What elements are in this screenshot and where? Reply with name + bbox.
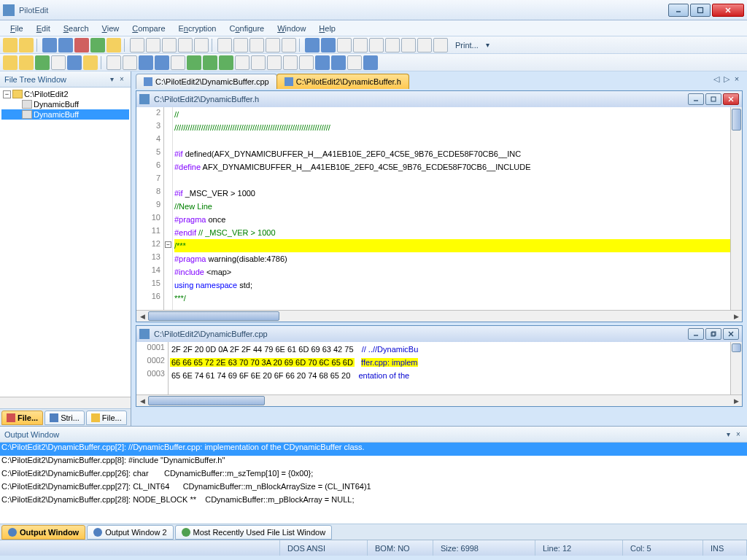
menu-help[interactable]: Help	[313, 22, 341, 35]
tree-hscroll[interactable]	[0, 397, 131, 408]
menu-encryption[interactable]: Encryption	[173, 22, 222, 35]
tab-close-icon[interactable]: ×	[732, 74, 741, 84]
cut-icon[interactable]	[162, 38, 177, 52]
save-icon[interactable]	[42, 38, 57, 52]
goto-icon[interactable]	[282, 38, 296, 52]
save-all-icon[interactable]	[58, 38, 73, 52]
menu-configure[interactable]: Configure	[224, 22, 271, 35]
maximize-button[interactable]	[690, 4, 711, 17]
block-start-icon[interactable]	[337, 38, 352, 52]
fold-column[interactable]: −	[164, 107, 173, 310]
tree-tab-fav[interactable]: File...	[86, 411, 127, 425]
close-file-icon[interactable]	[74, 38, 89, 52]
indent-icon[interactable]	[235, 55, 249, 70]
zoom-in-icon[interactable]	[267, 55, 282, 70]
folder-open-icon[interactable]	[19, 55, 34, 70]
expand-icon[interactable]	[315, 55, 330, 70]
editor-cpp-body[interactable]: 000100020003 2F 2F 20 0D 0A 2F 2F 44 79 …	[136, 342, 742, 394]
open-file-icon[interactable]	[19, 38, 34, 52]
close-button[interactable]	[712, 4, 744, 17]
code-content[interactable]: ////////////////////////////////////////…	[173, 107, 730, 310]
next-icon[interactable]	[321, 38, 336, 52]
output-tab-1[interactable]: Output Window	[1, 525, 85, 540]
prev-icon[interactable]	[305, 38, 320, 52]
fold-toggle-icon[interactable]: −	[165, 241, 171, 248]
fit-icon[interactable]	[299, 55, 314, 70]
diff-next-icon[interactable]	[155, 55, 169, 70]
editor-restore-button[interactable]	[705, 328, 721, 340]
sync-icon[interactable]	[51, 55, 66, 70]
tree-item[interactable]: DynamicBuff	[1, 99, 129, 109]
copy-icon[interactable]	[178, 38, 193, 52]
panel-close-icon[interactable]: ×	[734, 430, 743, 439]
favorite-icon[interactable]	[83, 55, 98, 70]
horizontal-scrollbar[interactable]: ◀▶	[136, 394, 742, 406]
editor-close-button[interactable]	[723, 328, 739, 340]
hex-content[interactable]: 2F 2F 20 0D 0A 2F 2F 44 79 6E 61 6D 69 6…	[169, 342, 730, 394]
editor-close-button[interactable]	[723, 93, 739, 105]
menu-search[interactable]: Search	[58, 22, 95, 35]
vertical-scrollbar[interactable]	[730, 107, 742, 310]
up-icon[interactable]	[203, 55, 217, 70]
wrap-icon[interactable]	[401, 38, 416, 52]
down-icon[interactable]	[219, 55, 233, 70]
tree-item-selected[interactable]: DynamicBuff	[1, 109, 129, 120]
menu-file[interactable]: File	[4, 22, 29, 35]
tree-refresh-icon[interactable]	[35, 55, 50, 70]
new-file-icon[interactable]	[3, 38, 18, 52]
find-icon[interactable]	[217, 38, 232, 52]
find-next-icon[interactable]	[249, 38, 264, 52]
fold-all-icon[interactable]	[347, 55, 362, 70]
output-body[interactable]: C:\PilotEdit2\DynamicBuffer.cpp[2]: //Dy…	[0, 443, 747, 524]
dropdown-icon[interactable]: ▾	[483, 40, 493, 50]
merge-icon[interactable]	[123, 55, 137, 70]
horizontal-scrollbar[interactable]: ◀▶	[136, 310, 742, 322]
menu-window[interactable]: Window	[271, 22, 311, 35]
sort-icon[interactable]	[171, 55, 185, 70]
panel-close-icon[interactable]: ×	[117, 75, 126, 84]
zoom-out-icon[interactable]	[283, 55, 298, 70]
tab-prev-icon[interactable]: ◁	[712, 74, 721, 84]
editor-h-body[interactable]: 2345678910111213141516 − ///////////////…	[136, 107, 742, 310]
tree-tab-file[interactable]: File...	[1, 411, 43, 425]
output-tab-mru[interactable]: Most Recently Used File List Window	[175, 525, 333, 540]
save-session-icon[interactable]	[67, 55, 82, 70]
run-icon[interactable]	[187, 55, 201, 70]
tab-next-icon[interactable]: ▷	[722, 74, 731, 84]
vertical-scrollbar[interactable]	[730, 342, 742, 394]
minimize-button[interactable]	[668, 4, 689, 17]
collapse-all-icon[interactable]	[363, 55, 378, 70]
menu-edit[interactable]: Edit	[31, 22, 56, 35]
file-add-icon[interactable]	[107, 38, 121, 52]
pin-icon[interactable]: ▾	[107, 75, 116, 84]
redo-icon[interactable]	[146, 38, 160, 52]
outdent-icon[interactable]	[251, 55, 266, 70]
hex-icon[interactable]	[385, 38, 400, 52]
diff-prev-icon[interactable]	[139, 55, 153, 70]
pin-icon[interactable]: ▾	[724, 430, 732, 439]
tree-tab-string[interactable]: Stri...	[44, 411, 85, 425]
reload-icon[interactable]	[90, 38, 105, 52]
undo-icon[interactable]	[130, 38, 144, 52]
replace-icon[interactable]	[233, 38, 248, 52]
editor-maximize-button[interactable]	[705, 93, 721, 105]
compare-icon[interactable]	[107, 55, 121, 70]
doc-tab-cpp[interactable]: C:\PilotEdit2\DynamicBuffer.cpp	[136, 74, 277, 89]
menu-view[interactable]: View	[96, 22, 125, 35]
print-label[interactable]: Print...	[452, 41, 481, 50]
doc-tab-h[interactable]: C:\PilotEdit2\DynamicBuffer.h	[276, 74, 409, 89]
ruler-icon[interactable]	[417, 38, 432, 52]
paste-icon[interactable]	[194, 38, 209, 52]
editor-minimize-button[interactable]	[688, 328, 704, 340]
filetree-body[interactable]: −C:\PilotEdit2 DynamicBuff DynamicBuff	[0, 88, 131, 397]
menu-compare[interactable]: Compare	[126, 22, 171, 35]
tree-root[interactable]: −C:\PilotEdit2	[1, 89, 129, 99]
bookmark-icon[interactable]	[266, 38, 280, 52]
folder-icon[interactable]	[3, 55, 18, 70]
block-end-icon[interactable]	[353, 38, 368, 52]
editor-minimize-button[interactable]	[688, 93, 704, 105]
collapse-icon[interactable]	[331, 55, 346, 70]
output-tab-2[interactable]: Output Window 2	[87, 525, 173, 540]
column-icon[interactable]	[369, 38, 384, 52]
print-icon[interactable]	[433, 38, 448, 52]
